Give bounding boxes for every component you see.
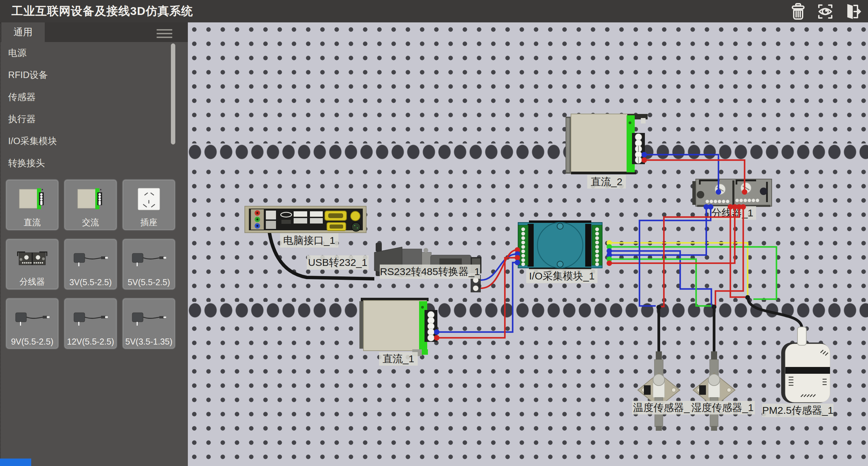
palette-tile-5v[interactable]: 5V(5.5-2.5) (122, 238, 176, 290)
category-item-sensor[interactable]: 传感器 (1, 86, 184, 108)
category-item-actuator[interactable]: 执行器 (1, 108, 184, 130)
tile-label: 插座 (123, 217, 175, 228)
adapter-thumb (64, 302, 117, 334)
device-pm25-sensor[interactable] (748, 298, 830, 403)
palette-tile-9v[interactable]: 9V(5.5-2.5) (5, 298, 59, 349)
hamburger-menu-icon[interactable] (157, 29, 172, 40)
corner-blue-bar (0, 459, 31, 466)
palette-tile-5v-small[interactable]: 5V(3.5-1.35) (122, 298, 176, 349)
category-item-rfid[interactable]: RFID设备 (1, 64, 184, 86)
palette-tile-3v[interactable]: 3V(5.5-2.5) (64, 238, 117, 290)
wire[interactable] (639, 207, 711, 306)
tile-label: 分线器 (6, 276, 58, 287)
wire[interactable] (609, 259, 711, 306)
device-dc1[interactable] (359, 298, 437, 356)
label-pm25-sensor: PM2.5传感器_1 (762, 405, 833, 416)
palette-tile-12v[interactable]: 12V(5.5-2.5) (64, 298, 117, 349)
palette-tile-dc[interactable]: 直流 (5, 179, 59, 231)
view-icon[interactable] (816, 2, 835, 21)
category-item-adapter[interactable]: 转换接头 (1, 152, 184, 174)
adapter-thumb (64, 242, 117, 275)
tile-label: 9V(5.5-2.5) (6, 337, 58, 347)
tile-label: 3V(5.5-2.5) (64, 277, 117, 287)
power-supply-thumb (64, 183, 117, 216)
label-rs232-485: RS232转485转换器_1 (380, 266, 480, 277)
wire[interactable] (609, 207, 706, 255)
wire[interactable] (715, 207, 743, 307)
label-humidity-sensor: 湿度传感器_1 (691, 402, 753, 413)
device-palette: 直流 交流 (5, 179, 176, 349)
sidebar: 通用 电源 RFID设备 传感器 执行器 I/O采集模块 转换接头 直流 (0, 22, 188, 466)
palette-tile-splitter[interactable]: 分线器 (5, 238, 59, 290)
category-item-io-module[interactable]: I/O采集模块 (1, 130, 184, 152)
tab-general[interactable]: 通用 (1, 22, 45, 42)
device-io-module[interactable] (518, 220, 602, 270)
tile-label: 12V(5.5-2.5) (64, 337, 117, 347)
socket-thumb (123, 183, 175, 216)
toolbar-icons (789, 2, 862, 21)
tile-label: 交流 (64, 217, 117, 228)
palette-tile-ac[interactable]: 交流 (64, 179, 117, 231)
splitter-thumb (6, 242, 58, 275)
palette-tile-socket[interactable]: 插座 (122, 179, 176, 231)
sidebar-scrollbar[interactable] (171, 43, 175, 144)
label-dc2: 直流_2 (591, 176, 622, 187)
device-splitter1[interactable] (692, 179, 772, 207)
sidebar-tabstrip: 通用 (1, 22, 188, 42)
adapter-thumb (123, 302, 175, 334)
adapter-thumb (6, 302, 58, 334)
power-supply-thumb (6, 183, 58, 216)
tile-label: 5V(5.5-2.5) (123, 277, 175, 287)
top-bar: 工业互联网设备及接线3D仿真系统 (0, 0, 868, 22)
device-dc2[interactable] (566, 114, 648, 174)
label-pc-port: 电脑接口_1 (283, 235, 335, 246)
exit-icon[interactable] (843, 2, 862, 21)
trash-icon[interactable] (789, 2, 808, 21)
category-list: 电源 RFID设备 传感器 执行器 I/O采集模块 转换接头 (1, 42, 184, 174)
label-usb232: USB转232_1 (308, 257, 367, 268)
app-title: 工业互联网设备及接线3D仿真系统 (12, 3, 193, 19)
tile-label: 5V(3.5-1.35) (123, 337, 175, 347)
category-item-power[interactable]: 电源 (1, 42, 184, 64)
adapter-thumb (123, 242, 175, 275)
label-io-module: I/O采集模块_1 (529, 270, 594, 281)
label-temp-sensor: 温度传感器_1 (633, 402, 695, 413)
tile-label: 直流 (6, 217, 58, 228)
label-dc1: 直流_1 (382, 353, 414, 364)
